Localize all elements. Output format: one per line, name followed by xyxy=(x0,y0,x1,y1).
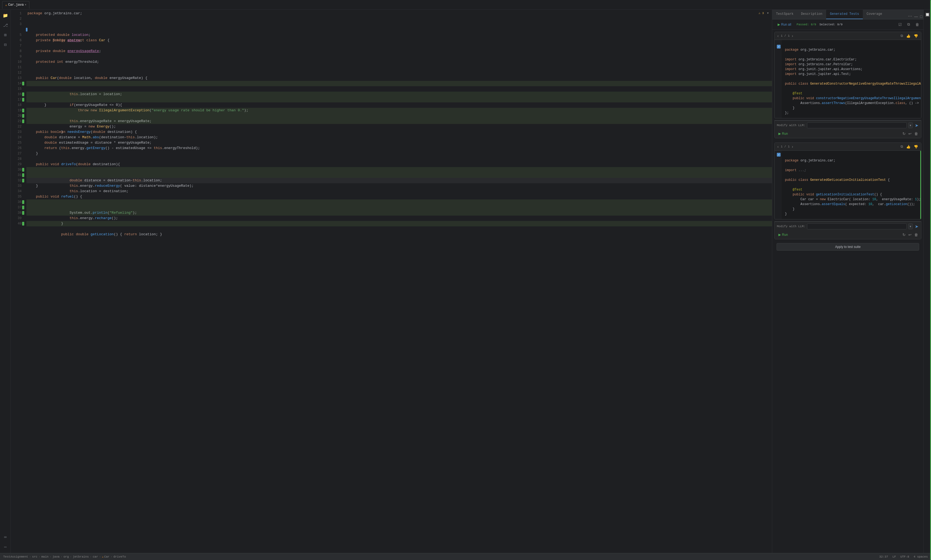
modify-llm-row-2: Modify with LLM: ▾ ➤ xyxy=(775,222,921,231)
undo-btn-1[interactable]: ↩ xyxy=(908,131,913,136)
checkbox-container-1[interactable]: ✓ xyxy=(775,40,782,51)
line-numbers: 1235 678910 1112131415 1617181920 212223… xyxy=(11,11,24,226)
delete-btn-1[interactable]: 🗑 xyxy=(914,131,919,136)
nav-thumbup-2[interactable]: 👍 xyxy=(905,144,911,149)
nav-next-2[interactable]: › xyxy=(791,145,794,149)
code-line-11 xyxy=(26,65,772,70)
play-icon: ▶ xyxy=(778,23,780,26)
sidebar-icon-terminal[interactable]: ⌨ xyxy=(2,534,9,541)
code-line-17: throw new IllegalArgumentException("ener… xyxy=(26,97,772,102)
tab-close-icon[interactable]: × xyxy=(25,3,26,6)
test-checkbox-2[interactable]: ✓ xyxy=(777,153,780,157)
code-line-19: this.energyUsageRate = energyUsageRate; xyxy=(26,108,772,113)
modify-input-2[interactable] xyxy=(807,223,907,229)
code-line-7 xyxy=(26,43,772,49)
modify-label-2: Modify with LLM: xyxy=(777,225,805,228)
code-line-21: } xyxy=(26,118,772,124)
header-delete-icon[interactable]: 🗑 xyxy=(914,22,920,27)
nav-next-1[interactable]: › xyxy=(791,34,794,38)
code-line-15 xyxy=(26,86,772,92)
nav-page-2: 1 / 1 xyxy=(781,145,790,148)
bc-java[interactable]: java xyxy=(52,555,59,558)
delete-btn-2[interactable]: 🗑 xyxy=(914,232,919,237)
run-icon-1: ▶ xyxy=(779,132,781,135)
reset-btn-2[interactable]: ↻ xyxy=(902,232,906,237)
tab-description[interactable]: Description xyxy=(797,10,826,19)
panel-menu-btn[interactable]: ⋯ xyxy=(907,13,913,19)
sidebar-icon-git[interactable]: ⎇ xyxy=(2,22,9,29)
tab-testspark[interactable]: TestSpark xyxy=(772,10,797,19)
main-layout: 📁 ⎇ ⊞ ⊟ ⌨ ⋯ ⚠ 3 ▾ 1235 678910 1112131415… xyxy=(0,10,931,553)
nav-copy-1[interactable]: ⧉ xyxy=(900,33,904,38)
modify-label-1: Modify with LLM: xyxy=(777,124,805,127)
sidebar-icon-more[interactable]: ⋯ xyxy=(2,543,9,551)
bc-src[interactable]: src xyxy=(32,555,37,558)
test-code-2: package org.jetbrains.car; import ...; p… xyxy=(782,151,921,219)
tab-coverage[interactable]: Coverage xyxy=(863,10,886,19)
test-card-2: ‹ 1 / 1 › ⧉ 👍 👎 ✓ package xyxy=(774,143,921,219)
bc-main[interactable]: main xyxy=(41,555,48,558)
nav-copy-2[interactable]: ⧉ xyxy=(900,144,904,149)
modify-dropdown-1[interactable]: ▾ xyxy=(908,122,913,128)
panel-minimize-btn[interactable]: — xyxy=(913,14,919,19)
code-line-26: return (this.energy.getEnergy() - estima… xyxy=(26,146,772,151)
header-copy-icon[interactable]: ⧉ xyxy=(906,22,911,27)
code-line-25: double estimatedUsage = distance * energ… xyxy=(26,140,772,146)
bc-driveto[interactable]: driveTo xyxy=(114,555,126,558)
sidebar-icon-plugins[interactable]: ⊟ xyxy=(2,41,9,49)
panel-outer: TestSpark Description Generated Tests Co… xyxy=(772,10,931,553)
bc-car-pkg[interactable]: car xyxy=(93,555,98,558)
run-row-1: ▶ Run ↻ ↩ 🗑 xyxy=(775,130,921,138)
nav-prev-1[interactable]: ‹ xyxy=(777,34,779,38)
header-check-icon[interactable]: ☑ xyxy=(897,22,903,27)
code-line-29: public void driveTo(double destination){ xyxy=(26,162,772,167)
run-button-1[interactable]: ▶ Run xyxy=(777,131,789,136)
sidebar-icon-structure[interactable]: ⊞ xyxy=(2,31,9,39)
bottom-bar: TestAssignment › src › main › java › org… xyxy=(0,553,931,560)
test-checkbox-1[interactable]: ✓ xyxy=(777,45,780,49)
apply-to-test-suite-button[interactable]: Apply to test suite xyxy=(777,243,919,251)
modify-dropdown-2[interactable]: ▾ xyxy=(908,223,913,229)
modify-section-2: Modify with LLM: ▾ ➤ ▶ Run ↻ xyxy=(774,221,921,239)
checkbox-container-2[interactable]: ✓ xyxy=(775,151,782,159)
panel-maximize-btn[interactable]: □ xyxy=(919,14,923,19)
code-line-14: this.location = location; xyxy=(26,81,772,86)
sidebar-icons: 📁 ⎇ ⊞ ⊟ ⌨ ⋯ xyxy=(0,10,11,553)
tab-car-java[interactable]: ☕ Car.java × xyxy=(2,1,29,9)
tab-label: Car.java xyxy=(8,3,24,7)
code-line-20: energy = new Energy(); xyxy=(26,113,772,118)
modify-input-1[interactable] xyxy=(807,122,907,128)
modify-send-1[interactable]: ➤ xyxy=(914,123,919,128)
nav-thumbup-1[interactable]: 👍 xyxy=(905,34,911,38)
modify-send-2[interactable]: ➤ xyxy=(914,224,919,229)
code-line-6: private Energy energy; xyxy=(26,38,772,43)
expand-btn[interactable]: ▾ xyxy=(766,11,770,15)
tab-generated-tests[interactable]: Generated Tests xyxy=(826,10,863,19)
sidebar-icon-project[interactable]: 📁 xyxy=(2,12,9,19)
code-line-24: double distance = Math.abs(destination-t… xyxy=(26,135,772,140)
side-icon-1[interactable]: 🔲 xyxy=(925,12,930,17)
nav-page-1: 1 / 1 xyxy=(781,34,790,37)
code-line-8: private double energyUsageRate; xyxy=(26,49,772,54)
run-button-2[interactable]: ▶ Run xyxy=(777,232,789,237)
bottom-right: 32:37 LF UTF-8 4 spaces xyxy=(879,555,928,558)
nav-thumbdown-1[interactable]: 👎 xyxy=(913,34,919,38)
bc-testassignment[interactable]: TestAssignment xyxy=(3,555,28,558)
right-panel: TestSpark Description Generated Tests Co… xyxy=(772,10,931,553)
run-icon-2: ▶ xyxy=(779,233,781,237)
reset-btn-1[interactable]: ↻ xyxy=(902,131,906,136)
run-all-button[interactable]: ▶ Run all xyxy=(776,22,793,27)
nav-prev-2[interactable]: ‹ xyxy=(777,145,779,149)
bc-jetbrains[interactable]: jetbrains xyxy=(73,555,89,558)
code-line-34 xyxy=(26,189,772,194)
code-line-18: } xyxy=(26,102,772,108)
code-line-2 xyxy=(26,16,772,22)
nav-thumbdown-2[interactable]: 👎 xyxy=(913,144,919,149)
bc-car-class[interactable]: ☕ Car xyxy=(102,555,109,558)
undo-btn-2[interactable]: ↩ xyxy=(908,232,913,237)
panel-header: ▶ Run all Passed: 8/9 Selected: 9/9 ☑ ⧉ … xyxy=(772,19,923,30)
code-line-23: public boolean needsEnergy(double destin… xyxy=(26,129,772,135)
selected-badge: Selected: 9/9 xyxy=(819,23,843,26)
bc-org[interactable]: org xyxy=(63,555,69,558)
code-line-10: protected int energyThreshold; xyxy=(26,59,772,65)
